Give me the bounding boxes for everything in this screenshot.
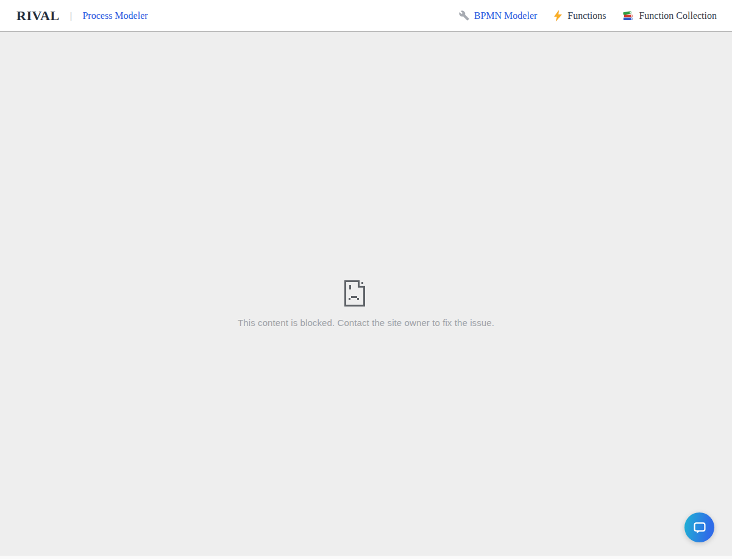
nav-label: BPMN Modeler <box>474 10 538 21</box>
header-left-group: RIVAL | Process Modeler <box>16 8 148 24</box>
lightning-icon <box>553 10 563 21</box>
rival-logo[interactable]: RIVAL <box>16 8 60 24</box>
nav-item-functions[interactable]: Functions <box>553 10 606 21</box>
wrench-icon <box>459 10 469 21</box>
top-nav-bar: RIVAL | Process Modeler BPMN Modeler Fun… <box>0 0 732 32</box>
books-icon <box>622 10 634 21</box>
logo-separator: | <box>70 10 73 21</box>
header-nav: BPMN Modeler Functions <box>459 10 717 21</box>
blocked-content-frame: This content is blocked. Contact the sit… <box>0 32 732 556</box>
process-modeler-link[interactable]: Process Modeler <box>82 10 147 21</box>
sad-file-icon <box>344 280 365 309</box>
blocked-message-block: This content is blocked. Contact the sit… <box>238 280 494 328</box>
nav-label: Function Collection <box>639 10 717 21</box>
blocked-message-text: This content is blocked. Contact the sit… <box>238 317 494 328</box>
nav-item-function-collection[interactable]: Function Collection <box>622 10 717 21</box>
page-bottom-strip <box>0 556 732 559</box>
chat-launcher-button[interactable] <box>684 512 714 542</box>
nav-item-bpmn-modeler[interactable]: BPMN Modeler <box>459 10 538 21</box>
chat-bubble-icon <box>692 520 708 536</box>
nav-label: Functions <box>567 10 606 21</box>
